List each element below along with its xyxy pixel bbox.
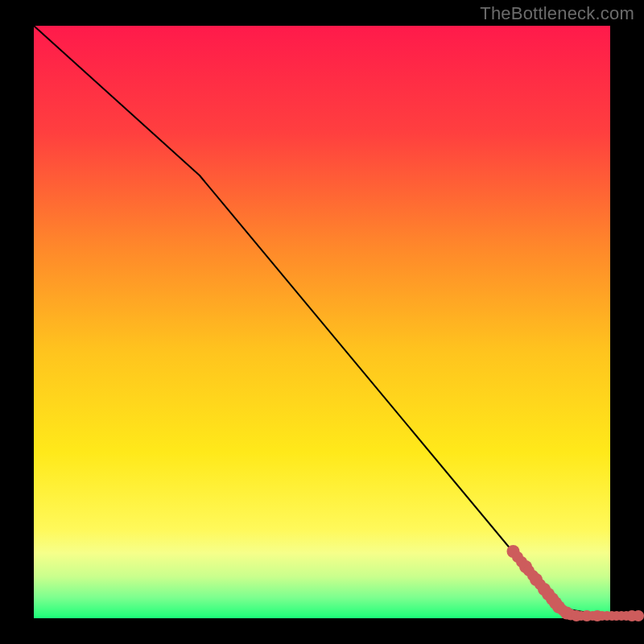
chart-svg — [0, 0, 644, 644]
watermark-text: TheBottleneck.com — [480, 3, 634, 24]
chart-container: { "watermark": "TheBottleneck.com", "cha… — [0, 0, 644, 644]
marker-dot — [633, 610, 644, 621]
